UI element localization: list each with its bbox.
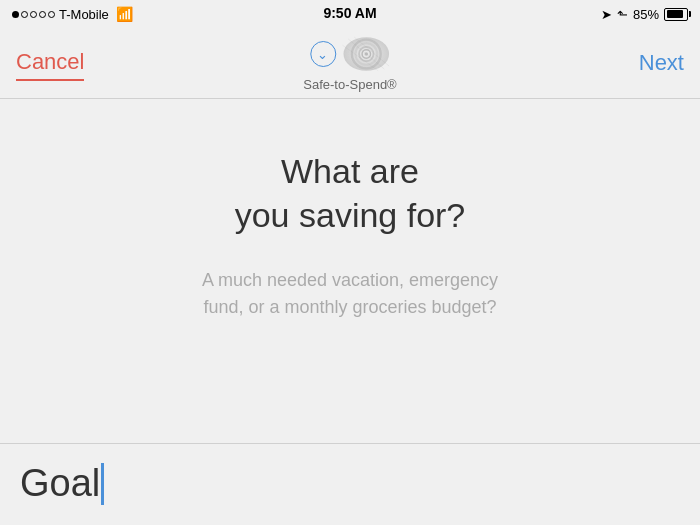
bluetooth-icon: ⬑ xyxy=(617,7,628,22)
battery-percent: 85% xyxy=(633,7,659,22)
signal-dot-1 xyxy=(12,11,19,18)
signal-dot-5 xyxy=(48,11,55,18)
main-subtitle: A much needed vacation, emergencyfund, o… xyxy=(202,267,498,321)
next-button[interactable]: Next xyxy=(639,50,684,76)
logo-label: Safe-to-Spend® xyxy=(303,77,396,92)
safe-to-spend-logo xyxy=(342,35,390,73)
status-right: ➤ ⬑ 85% xyxy=(601,7,688,22)
cancel-button[interactable]: Cancel xyxy=(16,45,84,81)
chevron-down-icon: ⌄ xyxy=(317,48,328,61)
carrier-name: T-Mobile xyxy=(59,7,109,22)
wifi-icon: 📶 xyxy=(116,6,133,22)
logo-container: ⌄ xyxy=(310,35,390,73)
goal-input-container[interactable]: Goal xyxy=(20,462,680,505)
nav-center: ⌄ Safe- xyxy=(303,35,396,92)
location-icon: ➤ xyxy=(601,7,612,22)
battery-fill xyxy=(667,10,683,18)
dropdown-button[interactable]: ⌄ xyxy=(310,41,336,67)
battery-icon xyxy=(664,8,688,21)
status-bar: T-Mobile 📶 9:50 AM ➤ ⬑ 85% xyxy=(0,0,700,28)
status-time: 9:50 AM xyxy=(323,5,376,21)
signal-strength xyxy=(12,11,55,18)
input-area: Goal xyxy=(0,443,700,525)
signal-dot-2 xyxy=(21,11,28,18)
signal-dot-4 xyxy=(39,11,46,18)
signal-dot-3 xyxy=(30,11,37,18)
nav-bar: Cancel ⌄ xyxy=(0,28,700,98)
status-left: T-Mobile 📶 xyxy=(12,6,133,22)
goal-input-value[interactable]: Goal xyxy=(20,462,100,505)
text-cursor xyxy=(101,463,104,505)
main-title: What areyou saving for? xyxy=(235,149,466,237)
main-content: What areyou saving for? A much needed va… xyxy=(0,99,700,351)
